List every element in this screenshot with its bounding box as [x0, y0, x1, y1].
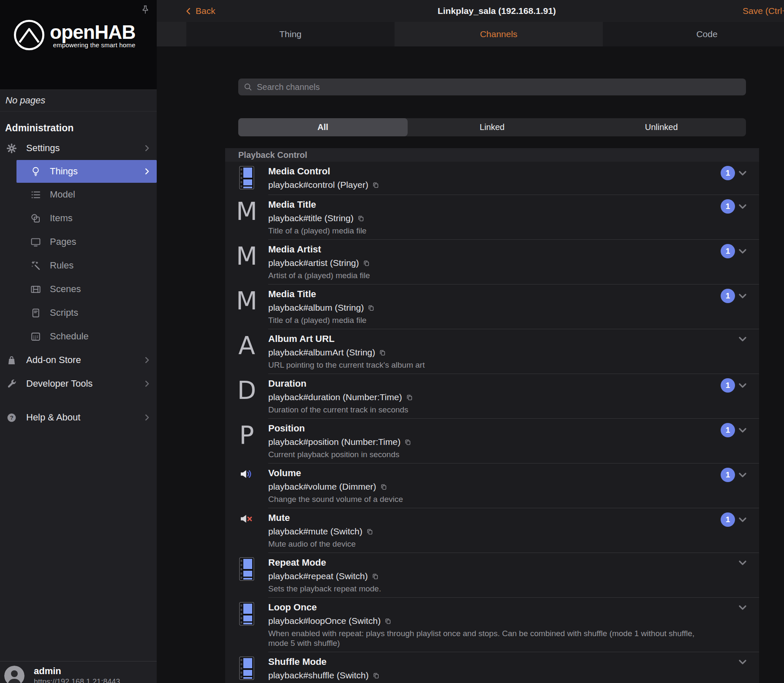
sidebar-item-scripts[interactable]: Scripts	[0, 301, 157, 325]
channel-row[interactable]: MMedia Titleplayback#album (String)Title…	[225, 285, 759, 329]
search-icon	[243, 82, 253, 92]
channel-title: Volume	[268, 468, 696, 479]
channel-row[interactable]: Repeat Modeplayback#repeat (Switch)Sets …	[225, 553, 759, 598]
sidebar-item-add-on-store[interactable]: Add-on Store	[0, 348, 157, 372]
chevron-down-icon[interactable]	[737, 469, 748, 480]
filmstrip-icon	[239, 557, 254, 581]
copy-icon[interactable]	[384, 617, 392, 625]
channel-id: playback#albumArt (String)	[268, 347, 696, 358]
sidebar-item-pages[interactable]: Pages	[0, 230, 157, 254]
sidebar-item-model[interactable]: Model	[0, 183, 157, 206]
copy-icon[interactable]	[378, 349, 387, 357]
sidebar-item-items[interactable]: Items	[0, 206, 157, 230]
scenes-icon	[30, 284, 41, 295]
chevron-down-icon[interactable]	[737, 425, 748, 436]
filmstrip-icon	[239, 656, 254, 680]
chevron-right-icon	[142, 355, 152, 365]
user-panel[interactable]: admin https://192.168.1.21:8443	[0, 661, 157, 683]
channel-group-header: Playback Control	[225, 148, 759, 162]
chevron-down-icon[interactable]	[737, 557, 748, 568]
sidebar-item-rules[interactable]: Rules	[0, 254, 157, 277]
chevron-down-icon[interactable]	[737, 246, 748, 257]
copy-icon[interactable]	[404, 438, 412, 446]
chevron-down-icon[interactable]	[737, 656, 748, 667]
chevron-down-icon[interactable]	[737, 201, 748, 212]
chevron-right-icon	[142, 167, 152, 176]
channel-row[interactable]: PPositionplayback#position (Number:Time)…	[225, 419, 759, 463]
filter-all[interactable]: All	[238, 118, 408, 136]
sidebar-item-scenes[interactable]: Scenes	[0, 277, 157, 301]
channel-title: Media Artist	[268, 244, 696, 255]
chevron-down-icon[interactable]	[737, 168, 748, 179]
channel-row[interactable]: MMedia Artistplayback#artist (String)Art…	[225, 240, 759, 285]
pin-sidebar-icon[interactable]	[140, 4, 151, 15]
svg-text:?: ?	[10, 415, 13, 421]
channel-description: When enabled with repeat: plays through …	[268, 629, 696, 648]
tab-code[interactable]: Code	[603, 22, 784, 46]
channel-row[interactable]: Volumeplayback#volume (Dimmer)Change the…	[225, 463, 759, 508]
filter-unlinked[interactable]: Unlinked	[577, 118, 746, 136]
sidebar-item-label: Add-on Store	[26, 355, 81, 366]
channel-row[interactable]: AAlbum Art URLplayback#albumArt (String)…	[225, 329, 759, 374]
letter-P-icon: P	[240, 423, 254, 447]
speaker-muted-icon	[240, 512, 254, 525]
channel-id: playback#position (Number:Time)	[268, 436, 696, 448]
channel-row[interactable]: Media Controlplayback#control (Player)1	[225, 162, 759, 195]
copy-icon[interactable]	[366, 528, 374, 536]
channel-row[interactable]: Muteplayback#mute (Switch)Mute audio of …	[225, 508, 759, 553]
channel-description: Sets the playback repeat mode.	[268, 584, 696, 594]
pages-icon	[30, 236, 41, 248]
chevron-right-icon	[142, 144, 152, 153]
sidebar-item-things[interactable]: Things	[16, 160, 157, 183]
chevron-down-icon[interactable]	[737, 380, 748, 391]
filmstrip-icon	[239, 166, 254, 190]
copy-icon[interactable]	[372, 672, 380, 680]
linked-count-badge: 1	[721, 244, 735, 258]
copy-icon[interactable]	[362, 259, 370, 267]
tab-channels[interactable]: Channels	[395, 22, 603, 46]
sidebar-item-label: Model	[50, 189, 75, 200]
back-button[interactable]: Back	[185, 0, 215, 22]
no-pages-label: No pages	[0, 89, 157, 111]
chevron-down-icon[interactable]	[737, 514, 748, 525]
channel-row[interactable]: DDurationplayback#duration (Number:Time)…	[225, 374, 759, 419]
sidebar-item-schedule[interactable]: Schedule	[0, 325, 157, 348]
channel-title: Album Art URL	[268, 333, 696, 344]
channel-row[interactable]: Shuffle Modeplayback#shuffle (Switch)	[225, 652, 759, 683]
chevron-right-icon	[142, 379, 152, 388]
main-panel: Back Linkplay_sala (192.168.1.91) Save (…	[157, 0, 784, 683]
copy-icon[interactable]	[357, 214, 365, 222]
scripts-icon	[30, 307, 41, 319]
search-input[interactable]	[256, 82, 741, 92]
sidebar-item-help-about[interactable]: ?Help & About	[0, 406, 157, 429]
copy-icon[interactable]	[380, 483, 388, 491]
sidebar-item-developer-tools[interactable]: Developer Tools	[0, 372, 157, 396]
channel-description: Mute audio of the device	[268, 539, 696, 549]
copy-icon[interactable]	[372, 181, 380, 189]
copy-icon[interactable]	[406, 393, 414, 401]
channel-title: Shuffle Mode	[268, 656, 696, 667]
username: admin	[34, 666, 120, 677]
chevron-down-icon[interactable]	[737, 290, 748, 301]
items-icon	[30, 213, 41, 224]
channel-description: Current playback position in seconds	[268, 450, 696, 459]
tab-thing[interactable]: Thing	[186, 22, 395, 46]
copy-icon[interactable]	[371, 572, 379, 580]
search-bar[interactable]	[238, 79, 746, 95]
chevron-down-icon[interactable]	[737, 602, 748, 613]
channel-row[interactable]: MMedia Titleplayback#title (String)Title…	[225, 195, 759, 240]
copy-icon[interactable]	[367, 304, 375, 312]
save-button[interactable]: Save (Ctrl+S)	[743, 0, 784, 22]
channel-id: playback#loopOnce (Switch)	[268, 615, 696, 627]
rules-icon	[30, 260, 41, 271]
filter-linked[interactable]: Linked	[408, 118, 577, 136]
page-title: Linkplay_sala (192.168.1.91)	[438, 0, 556, 22]
sidebar-item-label: Things	[50, 166, 78, 177]
channel-id: playback#repeat (Switch)	[268, 570, 696, 582]
letter-M-icon: M	[236, 244, 257, 268]
help-icon: ?	[6, 412, 17, 423]
openhab-logo: openHAB empowering the smart home	[13, 19, 136, 51]
channel-row[interactable]: Loop Onceplayback#loopOnce (Switch)When …	[225, 598, 759, 652]
sidebar-item-settings[interactable]: Settings	[0, 136, 157, 160]
chevron-down-icon[interactable]	[737, 333, 748, 344]
